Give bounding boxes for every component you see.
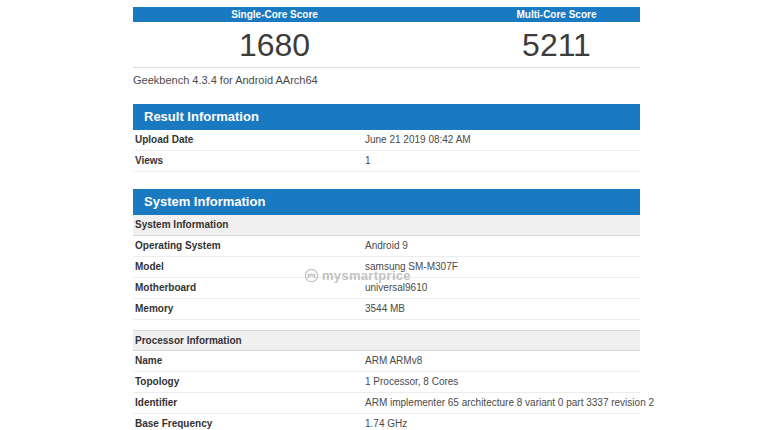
row-value: June 21 2019 08:42 AM bbox=[365, 130, 471, 150]
score-banner: Single-Core Score Multi-Core Score 1680 … bbox=[133, 7, 640, 87]
multi-core-score-value: 5211 bbox=[473, 23, 640, 67]
multi-core-score-header: Multi-Core Score bbox=[473, 7, 640, 22]
row-value: universal9610 bbox=[365, 278, 427, 298]
geekbench-version-caption: Geekbench 4.3.4 for Android AArch64 bbox=[133, 73, 640, 87]
row-label: Memory bbox=[133, 299, 365, 319]
row-label: Name bbox=[133, 351, 365, 371]
table-row: Motherboard universal9610 bbox=[133, 278, 640, 299]
row-label: Motherboard bbox=[133, 278, 365, 298]
row-value: 3544 MB bbox=[365, 299, 405, 319]
table-row: Topology 1 Processor, 8 Cores bbox=[133, 372, 640, 393]
row-value: 1.74 GHz bbox=[365, 414, 407, 430]
result-information-section: Result Information Upload Date June 21 2… bbox=[133, 104, 640, 172]
row-value: ARM ARMv8 bbox=[365, 351, 422, 371]
row-label: Upload Date bbox=[133, 130, 365, 150]
table-row: Name ARM ARMv8 bbox=[133, 351, 640, 372]
row-label: Topology bbox=[133, 372, 365, 392]
system-information-title: System Information bbox=[133, 189, 640, 215]
table-row: Model samsung SM-M307F bbox=[133, 257, 640, 278]
row-value: Android 9 bbox=[365, 236, 408, 256]
row-label: Operating System bbox=[133, 236, 365, 256]
table-row: Views 1 bbox=[133, 151, 640, 172]
result-information-title: Result Information bbox=[133, 104, 640, 130]
table-row: Base Frequency 1.74 GHz bbox=[133, 414, 640, 430]
row-value: ARM implementer 65 architecture 8 varian… bbox=[365, 393, 654, 413]
row-label: Model bbox=[133, 257, 365, 277]
benchmark-result-page: Single-Core Score Multi-Core Score 1680 … bbox=[133, 7, 640, 430]
table-row: Upload Date June 21 2019 08:42 AM bbox=[133, 130, 640, 151]
row-label: Identifier bbox=[133, 393, 365, 413]
system-information-subheader: System Information bbox=[133, 215, 640, 236]
score-header-bar: Single-Core Score Multi-Core Score bbox=[133, 7, 640, 22]
score-values: 1680 5211 bbox=[133, 22, 640, 68]
single-core-score-value: 1680 bbox=[133, 23, 416, 67]
table-row: Identifier ARM implementer 65 architectu… bbox=[133, 393, 640, 414]
table-row: Operating System Android 9 bbox=[133, 236, 640, 257]
row-value: samsung SM-M307F bbox=[365, 257, 458, 277]
row-value: 1 bbox=[365, 151, 371, 171]
row-label: Views bbox=[133, 151, 365, 171]
system-information-section: System Information System Information Op… bbox=[133, 189, 640, 430]
processor-information-subheader: Processor Information bbox=[133, 330, 640, 351]
row-label: Base Frequency bbox=[133, 414, 365, 430]
single-core-score-header: Single-Core Score bbox=[133, 7, 416, 22]
table-row: Memory 3544 MB bbox=[133, 299, 640, 320]
row-value: 1 Processor, 8 Cores bbox=[365, 372, 458, 392]
